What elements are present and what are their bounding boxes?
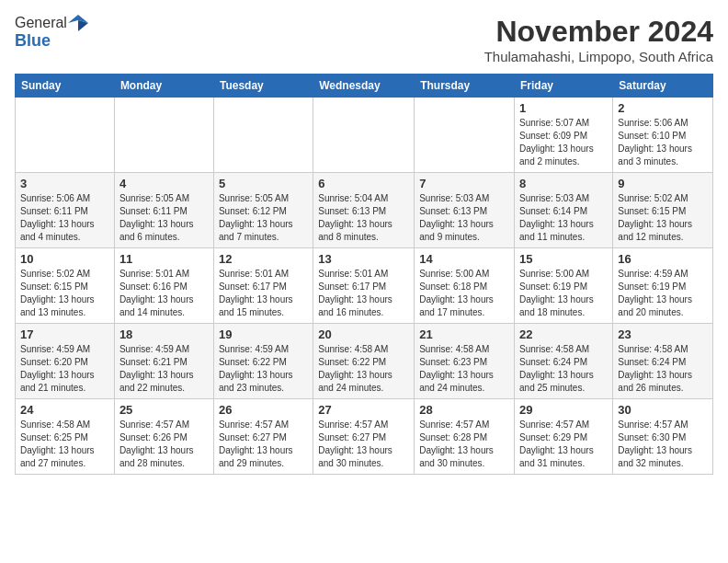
- calendar-week-row: 10Sunrise: 5:02 AM Sunset: 6:15 PM Dayli…: [16, 248, 713, 324]
- calendar-cell: 20Sunrise: 4:58 AM Sunset: 6:22 PM Dayli…: [313, 324, 415, 399]
- weekday-header-saturday: Saturday: [613, 75, 713, 98]
- day-number: 9: [618, 177, 708, 190]
- cell-info: Sunrise: 4:57 AM Sunset: 6:30 PM Dayligh…: [618, 419, 708, 470]
- day-number: 7: [419, 177, 509, 190]
- weekday-header-monday: Monday: [114, 75, 213, 98]
- cell-info: Sunrise: 4:58 AM Sunset: 6:24 PM Dayligh…: [519, 343, 608, 395]
- calendar-cell: 8Sunrise: 5:03 AM Sunset: 6:14 PM Daylig…: [515, 173, 613, 248]
- calendar-cell: 18Sunrise: 4:59 AM Sunset: 6:21 PM Dayli…: [114, 324, 213, 399]
- day-number: 28: [419, 403, 509, 417]
- cell-info: Sunrise: 4:59 AM Sunset: 6:22 PM Dayligh…: [219, 343, 308, 395]
- location-subtitle: Thulamahashi, Limpopo, South Africa: [484, 49, 713, 64]
- calendar-cell: [114, 98, 213, 173]
- cell-info: Sunrise: 5:07 AM Sunset: 6:09 PM Dayligh…: [519, 117, 608, 168]
- day-number: 12: [219, 252, 308, 266]
- cell-info: Sunrise: 5:01 AM Sunset: 6:16 PM Dayligh…: [119, 268, 209, 319]
- calendar-cell: 24Sunrise: 4:58 AM Sunset: 6:25 PM Dayli…: [16, 399, 115, 475]
- weekday-header-friday: Friday: [515, 75, 613, 98]
- cell-info: Sunrise: 5:01 AM Sunset: 6:17 PM Dayligh…: [219, 268, 308, 319]
- cell-info: Sunrise: 4:57 AM Sunset: 6:26 PM Dayligh…: [119, 419, 209, 470]
- calendar-cell: 28Sunrise: 4:57 AM Sunset: 6:28 PM Dayli…: [415, 399, 515, 475]
- cell-info: Sunrise: 5:02 AM Sunset: 6:15 PM Dayligh…: [20, 268, 109, 319]
- day-number: 16: [618, 252, 708, 266]
- logo-blue-text: Blue: [15, 31, 51, 50]
- cell-info: Sunrise: 4:58 AM Sunset: 6:24 PM Dayligh…: [618, 343, 708, 395]
- day-number: 29: [519, 403, 608, 417]
- calendar-cell: 16Sunrise: 4:59 AM Sunset: 6:19 PM Dayli…: [613, 248, 713, 324]
- calendar-cell: 30Sunrise: 4:57 AM Sunset: 6:30 PM Dayli…: [613, 399, 713, 475]
- logo-general-text: General: [15, 15, 67, 31]
- day-number: 22: [519, 327, 608, 341]
- cell-info: Sunrise: 5:03 AM Sunset: 6:13 PM Dayligh…: [419, 192, 509, 244]
- calendar-cell: 3Sunrise: 5:06 AM Sunset: 6:11 PM Daylig…: [16, 173, 115, 248]
- day-number: 2: [618, 101, 708, 115]
- month-title: November 2024: [484, 15, 713, 49]
- weekday-header-thursday: Thursday: [415, 75, 515, 98]
- calendar-week-row: 3Sunrise: 5:06 AM Sunset: 6:11 PM Daylig…: [16, 173, 713, 248]
- calendar-cell: 4Sunrise: 5:05 AM Sunset: 6:11 PM Daylig…: [114, 173, 213, 248]
- day-number: 26: [219, 403, 308, 417]
- cell-info: Sunrise: 4:59 AM Sunset: 6:20 PM Dayligh…: [20, 343, 109, 395]
- calendar-cell: [16, 98, 115, 173]
- cell-info: Sunrise: 4:58 AM Sunset: 6:23 PM Dayligh…: [419, 343, 509, 395]
- calendar-cell: 6Sunrise: 5:04 AM Sunset: 6:13 PM Daylig…: [313, 173, 415, 248]
- calendar-cell: 29Sunrise: 4:57 AM Sunset: 6:29 PM Dayli…: [515, 399, 613, 475]
- calendar-cell: 22Sunrise: 4:58 AM Sunset: 6:24 PM Dayli…: [515, 324, 613, 399]
- calendar-cell: 9Sunrise: 5:02 AM Sunset: 6:15 PM Daylig…: [613, 173, 713, 248]
- day-number: 17: [20, 327, 109, 341]
- cell-info: Sunrise: 4:59 AM Sunset: 6:19 PM Dayligh…: [618, 268, 708, 319]
- calendar-cell: 25Sunrise: 4:57 AM Sunset: 6:26 PM Dayli…: [114, 399, 213, 475]
- cell-info: Sunrise: 5:04 AM Sunset: 6:13 PM Dayligh…: [318, 192, 409, 244]
- day-number: 6: [318, 177, 409, 190]
- cell-info: Sunrise: 4:59 AM Sunset: 6:21 PM Dayligh…: [119, 343, 209, 395]
- day-number: 14: [419, 252, 509, 266]
- logo-bird-icon: [68, 15, 88, 31]
- calendar-cell: 12Sunrise: 5:01 AM Sunset: 6:17 PM Dayli…: [213, 248, 313, 324]
- cell-info: Sunrise: 4:57 AM Sunset: 6:27 PM Dayligh…: [318, 419, 409, 470]
- calendar-cell: 13Sunrise: 5:01 AM Sunset: 6:17 PM Dayli…: [313, 248, 415, 324]
- day-number: 19: [219, 327, 308, 341]
- day-number: 8: [519, 177, 608, 190]
- day-number: 10: [20, 252, 109, 266]
- cell-info: Sunrise: 5:01 AM Sunset: 6:17 PM Dayligh…: [318, 268, 409, 319]
- calendar-cell: 17Sunrise: 4:59 AM Sunset: 6:20 PM Dayli…: [16, 324, 115, 399]
- cell-info: Sunrise: 4:58 AM Sunset: 6:22 PM Dayligh…: [318, 343, 409, 395]
- day-number: 13: [318, 252, 409, 266]
- weekday-header-sunday: Sunday: [16, 75, 115, 98]
- cell-info: Sunrise: 5:06 AM Sunset: 6:10 PM Dayligh…: [618, 117, 708, 168]
- calendar-cell: 10Sunrise: 5:02 AM Sunset: 6:15 PM Dayli…: [16, 248, 115, 324]
- calendar-cell: 19Sunrise: 4:59 AM Sunset: 6:22 PM Dayli…: [213, 324, 313, 399]
- cell-info: Sunrise: 5:05 AM Sunset: 6:12 PM Dayligh…: [219, 192, 308, 244]
- day-number: 21: [419, 327, 509, 341]
- calendar-cell: 27Sunrise: 4:57 AM Sunset: 6:27 PM Dayli…: [313, 399, 415, 475]
- calendar-cell: [213, 98, 313, 173]
- calendar-cell: 21Sunrise: 4:58 AM Sunset: 6:23 PM Dayli…: [415, 324, 515, 399]
- calendar-week-row: 24Sunrise: 4:58 AM Sunset: 6:25 PM Dayli…: [16, 399, 713, 475]
- cell-info: Sunrise: 4:58 AM Sunset: 6:25 PM Dayligh…: [20, 419, 109, 470]
- day-number: 11: [119, 252, 209, 266]
- calendar-cell: [415, 98, 515, 173]
- day-number: 3: [20, 177, 109, 190]
- calendar-cell: 11Sunrise: 5:01 AM Sunset: 6:16 PM Dayli…: [114, 248, 213, 324]
- day-number: 4: [119, 177, 209, 190]
- cell-info: Sunrise: 5:05 AM Sunset: 6:11 PM Dayligh…: [119, 192, 209, 244]
- day-number: 24: [20, 403, 109, 417]
- cell-info: Sunrise: 5:06 AM Sunset: 6:11 PM Dayligh…: [20, 192, 109, 244]
- calendar-cell: 15Sunrise: 5:00 AM Sunset: 6:19 PM Dayli…: [515, 248, 613, 324]
- cell-info: Sunrise: 5:02 AM Sunset: 6:15 PM Dayligh…: [618, 192, 708, 244]
- cell-info: Sunrise: 5:00 AM Sunset: 6:18 PM Dayligh…: [419, 268, 509, 319]
- title-section: November 2024 Thulamahashi, Limpopo, Sou…: [484, 15, 713, 64]
- cell-info: Sunrise: 4:57 AM Sunset: 6:29 PM Dayligh…: [519, 419, 608, 470]
- day-number: 20: [318, 327, 409, 341]
- cell-info: Sunrise: 5:03 AM Sunset: 6:14 PM Dayligh…: [519, 192, 608, 244]
- weekday-header-wednesday: Wednesday: [313, 75, 415, 98]
- calendar-cell: 5Sunrise: 5:05 AM Sunset: 6:12 PM Daylig…: [213, 173, 313, 248]
- calendar-cell: [313, 98, 415, 173]
- calendar-cell: 1Sunrise: 5:07 AM Sunset: 6:09 PM Daylig…: [515, 98, 613, 173]
- calendar-table: SundayMondayTuesdayWednesdayThursdayFrid…: [15, 74, 713, 475]
- calendar-cell: 23Sunrise: 4:58 AM Sunset: 6:24 PM Dayli…: [613, 324, 713, 399]
- calendar-cell: 2Sunrise: 5:06 AM Sunset: 6:10 PM Daylig…: [613, 98, 713, 173]
- cell-info: Sunrise: 4:57 AM Sunset: 6:28 PM Dayligh…: [419, 419, 509, 470]
- calendar-cell: 7Sunrise: 5:03 AM Sunset: 6:13 PM Daylig…: [415, 173, 515, 248]
- cell-info: Sunrise: 5:00 AM Sunset: 6:19 PM Dayligh…: [519, 268, 608, 319]
